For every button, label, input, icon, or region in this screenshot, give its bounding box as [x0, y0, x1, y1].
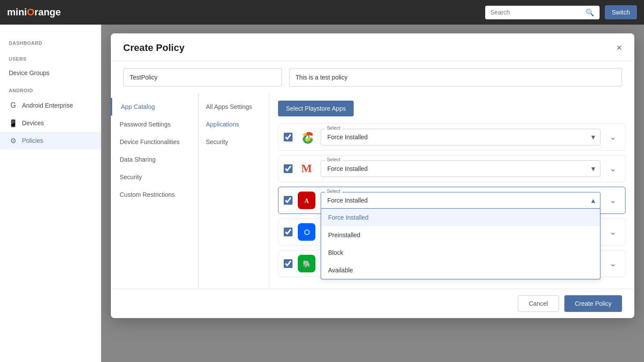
tab-app-catalog[interactable]: App Catalog	[111, 98, 198, 116]
dropdown-item-preinstalled[interactable]: Preinstalled	[321, 226, 600, 244]
adobe-select-wrapper: Select Force Installed ▴ Force Install	[321, 192, 600, 209]
select-playstore-button[interactable]: Select Playstore Apps	[278, 101, 354, 116]
gmail-m-letter: M	[301, 162, 312, 175]
dropdown-item-block[interactable]: Block	[321, 244, 600, 261]
gmail-icon: M	[298, 160, 315, 177]
dropbox-checkbox[interactable]	[284, 228, 293, 236]
tab-security[interactable]: Security	[111, 168, 198, 186]
chrome-expand-button[interactable]: ⌄	[606, 130, 620, 144]
tab-custom-restrictions[interactable]: Custom Restrictions	[111, 186, 198, 203]
device-groups-label: Device Groups	[9, 69, 50, 76]
dropbox-icon: ⬡	[298, 223, 315, 241]
app-row-chrome: Select Force Installed Preinstalled Bloc…	[278, 123, 626, 151]
sidebar-item-android-enterprise[interactable]: G Android Enterprise	[0, 97, 101, 114]
adobe-select-label: Select	[325, 188, 342, 194]
gmail-checkbox[interactable]	[284, 164, 293, 173]
dropdown-item-available[interactable]: Available	[321, 261, 600, 279]
tab-password-settings[interactable]: Password Settings	[111, 116, 198, 133]
svg-text:⬡: ⬡	[304, 228, 310, 236]
modal-footer: Cancel Create Policy	[111, 289, 634, 318]
logo: miniOrange	[7, 7, 61, 18]
chrome-select[interactable]: Force Installed Preinstalled Block Avail…	[321, 129, 600, 145]
create-policy-button[interactable]: Create Policy	[564, 295, 622, 312]
modal-header: Create Policy ×	[111, 33, 634, 61]
svg-text:🐘: 🐘	[303, 260, 311, 268]
policies-icon: ⚙	[9, 136, 18, 145]
adobe-icon: A	[298, 192, 315, 209]
right-pane: All Apps Settings Applications Security …	[199, 94, 634, 289]
adobe-expand-button[interactable]: ⌄	[606, 193, 620, 207]
adobe-dropdown-menu: Force Installed Preinstalled Block Avail…	[321, 209, 600, 279]
sidebar: DASHBOARD USERS Device Groups ANDROID G …	[0, 25, 101, 362]
subtab-security[interactable]: Security	[199, 133, 269, 151]
switch-button[interactable]: Switch	[605, 5, 637, 19]
evernote-checkbox[interactable]	[284, 259, 293, 268]
content-area: Select Playstore Apps	[269, 94, 634, 289]
left-tabs: App Catalog Password Settings Device Fun…	[111, 94, 199, 289]
sidebar-item-device-groups[interactable]: Device Groups	[0, 65, 101, 81]
svg-text:A: A	[304, 198, 309, 204]
adobe-checkbox[interactable]	[284, 196, 293, 205]
search-icon: 🔍	[585, 8, 594, 17]
sidebar-section-android: ANDROID	[0, 84, 101, 97]
sidebar-item-policies[interactable]: ⚙ Policies	[0, 132, 101, 149]
devices-label: Devices	[22, 119, 44, 127]
gmail-select-wrapper: Select Force Installed Preinstalled Bloc…	[321, 160, 600, 177]
dropdown-item-force-installed[interactable]: Force Installed	[321, 209, 600, 226]
main-content: DASHBOARD USERS Device Groups ANDROID G …	[0, 25, 644, 362]
form-row	[111, 61, 634, 94]
policy-desc-input[interactable]	[289, 68, 622, 87]
subtab-applications[interactable]: Applications	[199, 116, 269, 133]
gmail-select-label: Select	[325, 157, 342, 162]
sidebar-section-users: USERS	[0, 53, 101, 65]
dropbox-expand-button[interactable]: ⌄	[606, 225, 620, 239]
modal-close-button[interactable]: ×	[616, 43, 622, 53]
subtab-all-apps-settings[interactable]: All Apps Settings	[199, 98, 269, 116]
cancel-button[interactable]: Cancel	[518, 295, 559, 312]
sidebar-section-dashboard: DASHBOARD	[0, 37, 101, 49]
chrome-checkbox[interactable]	[284, 133, 293, 141]
evernote-expand-button[interactable]: ⌄	[606, 257, 620, 271]
tab-device-functionalities[interactable]: Device Functionalities	[111, 133, 198, 151]
devices-icon: 📱	[9, 119, 18, 127]
policy-name-input[interactable]	[123, 68, 282, 87]
tab-data-sharing[interactable]: Data Sharing	[111, 151, 198, 168]
adobe-selected-value: Force Installed	[327, 197, 368, 204]
search-bar: 🔍	[485, 6, 600, 19]
android-enterprise-label: Android Enterprise	[22, 102, 73, 109]
policies-label: Policies	[22, 137, 43, 144]
evernote-icon: 🐘	[298, 255, 315, 272]
create-policy-modal: Create Policy ×	[111, 33, 634, 318]
sidebar-item-devices[interactable]: 📱 Devices	[0, 114, 101, 132]
modal-overlay: Create Policy ×	[101, 25, 644, 362]
top-bar: miniOrange 🔍 Switch	[0, 0, 644, 25]
modal-tabs-layout: App Catalog Password Settings Device Fun…	[111, 94, 634, 289]
logo-orange: O	[27, 7, 34, 18]
android-enterprise-icon: G	[9, 101, 18, 110]
app-row-gmail: M Select Force Installed Preinstalled Bl…	[278, 155, 626, 182]
logo-text: miniOrange	[7, 7, 61, 18]
chrome-icon	[298, 128, 315, 146]
search-input[interactable]	[490, 9, 582, 16]
top-bar-right: 🔍 Switch	[485, 5, 637, 19]
modal-body: App Catalog Password Settings Device Fun…	[111, 61, 634, 289]
adobe-select-display[interactable]: Force Installed	[321, 192, 600, 209]
modal-title: Create Policy	[123, 42, 184, 54]
gmail-expand-button[interactable]: ⌄	[606, 162, 620, 176]
page-area: Create Policy ×	[101, 25, 644, 362]
app-row-adobe: A Select Force Installed	[278, 187, 626, 214]
chrome-select-label: Select	[325, 125, 342, 130]
sub-tabs: All Apps Settings Applications Security	[199, 94, 269, 289]
chrome-select-wrapper: Select Force Installed Preinstalled Bloc…	[321, 129, 600, 145]
app-shell: miniOrange 🔍 Switch DASHBOARD USERS Devi…	[0, 0, 644, 362]
gmail-select[interactable]: Force Installed Preinstalled Block Avail…	[321, 160, 600, 177]
